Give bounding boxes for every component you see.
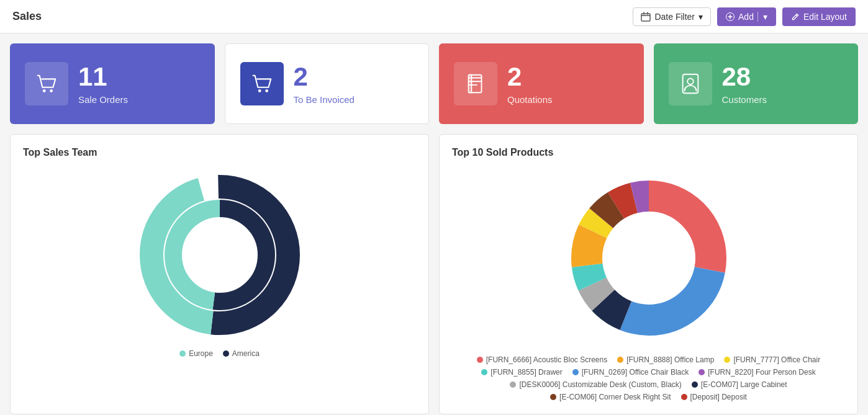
legend-label-8: [E-COM06] Corner Desk Right Sit [559, 393, 671, 401]
legend-dot-0 [477, 357, 483, 363]
legend-item-0: [FURN_6666] Acoustic Bloc Screens [477, 355, 607, 364]
top-sold-products-legend: [FURN_6666] Acoustic Bloc Screens [FURN_… [463, 355, 835, 401]
legend-label-1: [FURN_8888] Office Lamp [626, 355, 714, 364]
legend-label-3: [FURN_8855] Drawer [491, 368, 562, 377]
date-filter-label: Date Filter [654, 12, 695, 22]
legend-label-9: [Deposit] Deposit [690, 393, 747, 401]
legend-label-2: [FURN_7777] Office Chair [733, 355, 820, 364]
legend-item-6: [DESK0006] Customizable Desk (Custom, Bl… [510, 380, 681, 389]
legend-label-0: [FURN_6666] Acoustic Bloc Screens [486, 355, 607, 364]
dashboard: 11 Sale Orders 2 To Be Invoiced [0, 33, 868, 415]
stat-card-customers[interactable]: 28 Customers [654, 43, 859, 124]
plus-icon [726, 12, 735, 21]
quotations-label: Quotations [507, 94, 629, 105]
legend-label-6: [DESK0006] Customizable Desk (Custom, Bl… [519, 380, 681, 389]
add-label: Add [738, 12, 754, 22]
to-be-invoiced-info: 2 To Be Invoiced [294, 63, 414, 104]
stat-cards: 11 Sale Orders 2 To Be Invoiced [10, 43, 858, 124]
legend-item-5: [FURN_8220] Four Person Desk [698, 368, 815, 377]
sale-orders-label: Sale Orders [78, 94, 200, 105]
top-sales-team-card: Top Sales Team Europ [10, 134, 429, 414]
legend-dot-9 [681, 394, 687, 400]
top-sales-team-donut [120, 168, 319, 342]
to-be-invoiced-label: To Be Invoiced [294, 94, 414, 105]
legend-item-1: [FURN_8888] Office Lamp [617, 355, 714, 364]
sale-orders-icon-box [25, 62, 68, 105]
customers-info: 28 Customers [722, 63, 844, 104]
legend-label-7: [E-COM07] Large Cabinet [701, 380, 787, 389]
legend-dot-4 [572, 369, 579, 375]
legend-dot-7 [692, 382, 698, 388]
svg-point-2 [43, 89, 46, 92]
legend-dot-8 [550, 394, 556, 400]
top-sold-products-chart: [FURN_6666] Acoustic Bloc Screens [FURN_… [452, 168, 845, 401]
legend-item-3: [FURN_8855] Drawer [481, 368, 562, 377]
to-be-invoiced-number: 2 [294, 63, 414, 91]
top-sold-products-donut [549, 168, 748, 348]
quotations-icon-box [454, 62, 497, 105]
svg-point-3 [50, 89, 53, 92]
svg-point-5 [265, 89, 268, 92]
charts-row: Top Sales Team Europ [10, 134, 858, 414]
top-sales-team-title: Top Sales Team [23, 147, 416, 158]
legend-label-america: America [232, 349, 260, 358]
calendar-icon [641, 12, 651, 22]
quotations-number: 2 [507, 63, 629, 91]
top-sold-products-title: Top 10 Sold Products [452, 147, 845, 158]
stat-card-quotations[interactable]: 2 Quotations [439, 43, 644, 124]
date-filter-button[interactable]: Date Filter ▾ [633, 7, 711, 26]
legend-dot-europe [179, 350, 186, 357]
sale-orders-info: 11 Sale Orders [78, 63, 200, 104]
edit-layout-label: Edit Layout [803, 12, 847, 22]
cart-icon-2 [250, 72, 274, 96]
legend-item-europe: Europe [179, 349, 213, 358]
legend-item-4: [FURN_0269] Office Chair Black [572, 368, 689, 377]
page-title: Sales [12, 10, 42, 23]
top-bar-actions: Date Filter ▾ Add ▾ Edit Layout [633, 7, 856, 26]
top-sales-team-legend: Europe America [179, 349, 260, 358]
svg-point-4 [258, 89, 261, 92]
stat-card-to-be-invoiced[interactable]: 2 To Be Invoiced [225, 43, 430, 124]
edit-layout-button[interactable]: Edit Layout [782, 7, 856, 26]
legend-item-7: [E-COM07] Large Cabinet [692, 380, 787, 389]
customers-label: Customers [722, 94, 844, 105]
stat-card-sale-orders[interactable]: 11 Sale Orders [10, 43, 215, 124]
to-be-invoiced-icon-box [240, 62, 284, 105]
book-icon [464, 72, 487, 96]
svg-point-13 [186, 221, 254, 289]
legend-label-europe: Europe [189, 349, 213, 358]
cart-icon [35, 72, 58, 96]
legend-dot-2 [724, 357, 730, 363]
add-button[interactable]: Add ▾ [717, 7, 776, 26]
customers-number: 28 [722, 63, 844, 91]
person-icon [679, 72, 702, 96]
top-bar: Sales Date Filter ▾ Add ▾ Edit Layout [0, 0, 868, 33]
legend-dot-5 [698, 369, 705, 375]
legend-dot-3 [481, 369, 487, 375]
legend-label-4: [FURN_0269] Office Chair Black [582, 368, 689, 377]
legend-label-5: [FURN_8220] Four Person Desk [708, 368, 815, 377]
legend-item-9: [Deposit] Deposit [681, 393, 747, 401]
svg-point-8 [687, 78, 694, 84]
top-sold-products-card: Top 10 Sold Products [439, 134, 858, 414]
date-filter-chevron: ▾ [698, 12, 703, 22]
legend-item-8: [E-COM06] Corner Desk Right Sit [550, 393, 671, 401]
sale-orders-number: 11 [78, 63, 200, 91]
svg-rect-0 [641, 14, 650, 21]
legend-dot-6 [510, 382, 516, 388]
svg-point-24 [604, 213, 694, 303]
top-sales-team-chart: Europe America [23, 168, 416, 358]
legend-dot-america [223, 350, 229, 357]
legend-item-2: [FURN_7777] Office Chair [724, 355, 820, 364]
quotations-info: 2 Quotations [507, 63, 629, 104]
add-chevron: ▾ [757, 12, 767, 22]
legend-item-america: America [223, 349, 260, 358]
legend-dot-1 [617, 357, 623, 363]
customers-icon-box [669, 62, 712, 105]
edit-icon [791, 12, 800, 21]
